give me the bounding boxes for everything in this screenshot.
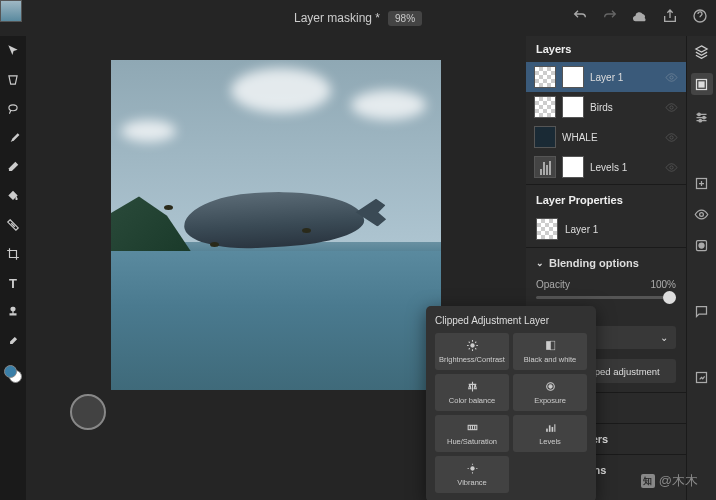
- properties-panel-icon[interactable]: [691, 73, 713, 95]
- layers-panel-title: Layers: [526, 36, 686, 62]
- property-layer-name: Layer 1: [565, 224, 598, 235]
- type-tool-icon[interactable]: T: [4, 274, 22, 292]
- chevron-down-icon: ⌄: [536, 258, 544, 268]
- help-icon[interactable]: [692, 8, 708, 28]
- document-title: Layer masking *: [294, 11, 380, 25]
- visibility-icon[interactable]: [665, 131, 678, 144]
- fill-tool-icon[interactable]: [4, 187, 22, 205]
- eraser-tool-icon[interactable]: [4, 158, 22, 176]
- export-icon[interactable]: [693, 368, 711, 386]
- svg-point-22: [699, 119, 702, 122]
- visibility-rail-icon[interactable]: [693, 205, 711, 223]
- svg-rect-3: [546, 341, 550, 350]
- cloud-icon[interactable]: [632, 8, 648, 28]
- layer-mask-thumbnail: [562, 96, 584, 118]
- svg-rect-19: [699, 82, 704, 87]
- svg-point-2: [470, 343, 474, 347]
- clipped-adjustment-popup: Clipped Adjustment Layer Brightness/Cont…: [426, 306, 596, 500]
- eyedropper-tool-icon[interactable]: [4, 332, 22, 350]
- canvas-area: Clipped Adjustment Layer Brightness/Cont…: [26, 36, 526, 500]
- stamp-tool-icon[interactable]: [4, 303, 22, 321]
- popup-title: Clipped Adjustment Layer: [435, 315, 587, 326]
- layer-name: Layer 1: [590, 72, 659, 83]
- brush-cursor-indicator: [70, 394, 106, 430]
- brightness-contrast-button[interactable]: Brightness/Contrast: [435, 333, 509, 370]
- lasso-tool-icon[interactable]: [4, 100, 22, 118]
- layer-thumbnail: [534, 66, 556, 88]
- layer-row[interactable]: Birds: [526, 92, 686, 122]
- layer-name: WHALE: [562, 132, 659, 143]
- property-thumbnail: [536, 218, 558, 240]
- share-icon[interactable]: [662, 8, 678, 28]
- layer-thumbnail: [534, 96, 556, 118]
- svg-point-13: [670, 75, 673, 78]
- blending-options-header[interactable]: ⌄Blending options: [526, 250, 686, 276]
- svg-point-21: [703, 116, 706, 119]
- layer-row[interactable]: WHALE: [526, 122, 686, 152]
- left-toolbar: T: [0, 36, 26, 500]
- visibility-icon[interactable]: [665, 161, 678, 174]
- layer-thumbnail: [534, 156, 556, 178]
- layers-panel-icon[interactable]: [693, 42, 711, 60]
- levels-button[interactable]: Levels: [513, 415, 587, 452]
- svg-point-1: [9, 105, 17, 111]
- crop-tool-icon[interactable]: [4, 245, 22, 263]
- svg-point-14: [670, 105, 673, 108]
- move-tool-icon[interactable]: [4, 42, 22, 60]
- svg-point-6: [548, 385, 551, 388]
- exposure-button[interactable]: Exposure: [513, 374, 587, 411]
- chevron-down-icon: ⌄: [660, 332, 668, 343]
- svg-point-20: [698, 113, 701, 116]
- layer-name: Levels 1: [590, 162, 659, 173]
- svg-point-12: [470, 466, 474, 470]
- transform-tool-icon[interactable]: [4, 71, 22, 89]
- layer-mask-thumbnail: [562, 66, 584, 88]
- svg-point-26: [698, 242, 704, 248]
- opacity-label: Opacity: [536, 279, 570, 290]
- watermark: 知@木木: [641, 472, 698, 490]
- top-bar: Layer masking * 98%: [0, 0, 716, 36]
- layer-properties-title: Layer Properties: [526, 187, 686, 213]
- vibrance-button[interactable]: Vibrance: [435, 456, 509, 493]
- canvas[interactable]: [111, 60, 441, 390]
- svg-point-16: [670, 165, 673, 168]
- svg-rect-11: [554, 424, 555, 432]
- comments-icon[interactable]: [693, 302, 711, 320]
- undo-icon[interactable]: [572, 8, 588, 28]
- adjustments-panel-icon[interactable]: [693, 108, 711, 126]
- svg-rect-9: [548, 425, 550, 432]
- redo-icon[interactable]: [602, 8, 618, 28]
- brush-tool-icon[interactable]: [4, 129, 22, 147]
- hue-saturation-button[interactable]: Hue/Saturation: [435, 415, 509, 452]
- layer-row[interactable]: Levels 1: [526, 152, 686, 182]
- svg-rect-10: [551, 427, 553, 432]
- svg-rect-8: [546, 429, 548, 432]
- mask-rail-icon[interactable]: [693, 236, 711, 254]
- svg-point-24: [700, 212, 704, 216]
- layer-row[interactable]: Layer 1: [526, 62, 686, 92]
- heal-tool-icon[interactable]: [4, 216, 22, 234]
- add-icon[interactable]: [693, 174, 711, 192]
- layer-name: Birds: [590, 102, 659, 113]
- right-rail: [686, 36, 716, 500]
- color-swatch[interactable]: [4, 365, 22, 383]
- visibility-icon[interactable]: [665, 101, 678, 114]
- layer-mask-thumbnail: [534, 126, 556, 148]
- svg-rect-4: [550, 341, 554, 350]
- color-balance-button[interactable]: Color balance: [435, 374, 509, 411]
- zoom-badge[interactable]: 98%: [388, 11, 422, 26]
- opacity-slider[interactable]: [536, 296, 676, 299]
- visibility-icon[interactable]: [665, 71, 678, 84]
- black-white-button[interactable]: Black and white: [513, 333, 587, 370]
- svg-point-15: [670, 135, 673, 138]
- opacity-value: 100%: [650, 279, 676, 290]
- layer-mask-thumbnail: [562, 156, 584, 178]
